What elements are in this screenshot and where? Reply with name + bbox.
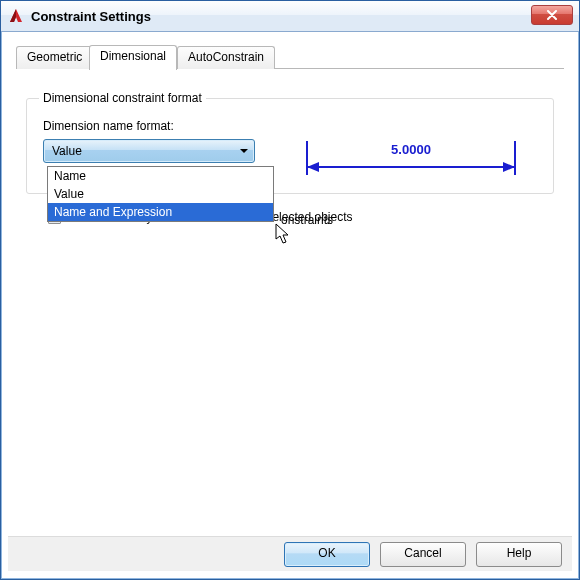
- option-name-and-expression[interactable]: Name and Expression: [48, 203, 273, 221]
- combobox-selected-text: Value: [44, 144, 234, 158]
- name-format-combobox[interactable]: Value: [43, 139, 255, 163]
- cancel-button[interactable]: Cancel: [380, 542, 466, 567]
- titlebar: Constraint Settings: [1, 1, 579, 32]
- tab-dimensional[interactable]: Dimensional: [89, 45, 177, 70]
- chevron-down-icon: [234, 140, 254, 162]
- dimension-value-text: 5.0000: [391, 142, 431, 157]
- name-format-row: Value: [43, 139, 541, 175]
- groupbox-legend: Dimensional constraint format: [39, 91, 206, 105]
- name-format-label: Dimension name format:: [43, 119, 541, 133]
- constraint-settings-dialog: Constraint Settings Geometric Dimensiona…: [0, 0, 580, 580]
- close-button[interactable]: [531, 5, 573, 25]
- help-button[interactable]: Help: [476, 542, 562, 567]
- option-name[interactable]: Name: [48, 167, 273, 185]
- ok-button[interactable]: OK: [284, 542, 370, 567]
- app-icon: [7, 7, 25, 25]
- format-groupbox: Dimensional constraint format Dimension …: [26, 91, 554, 194]
- option-value[interactable]: Value: [48, 185, 273, 203]
- button-bar: OK Cancel Help: [8, 536, 572, 571]
- tab-geometric[interactable]: Geometric: [16, 46, 93, 69]
- dialog-body: Geometric Dimensional AutoConstrain Dime…: [8, 39, 572, 533]
- close-icon: [546, 10, 558, 20]
- tab-strip: Geometric Dimensional AutoConstrain: [16, 45, 564, 69]
- tab-autoconstrain[interactable]: AutoConstrain: [177, 46, 275, 69]
- name-format-dropdown-list: Name Value Name and Expression: [47, 166, 274, 222]
- annotational-constraints-text-fragment: onstraints: [281, 213, 333, 227]
- dimensional-panel: Dimensional constraint format Dimension …: [26, 91, 554, 224]
- dialog-title: Constraint Settings: [31, 9, 151, 24]
- dimension-preview: 5.0000: [301, 139, 521, 175]
